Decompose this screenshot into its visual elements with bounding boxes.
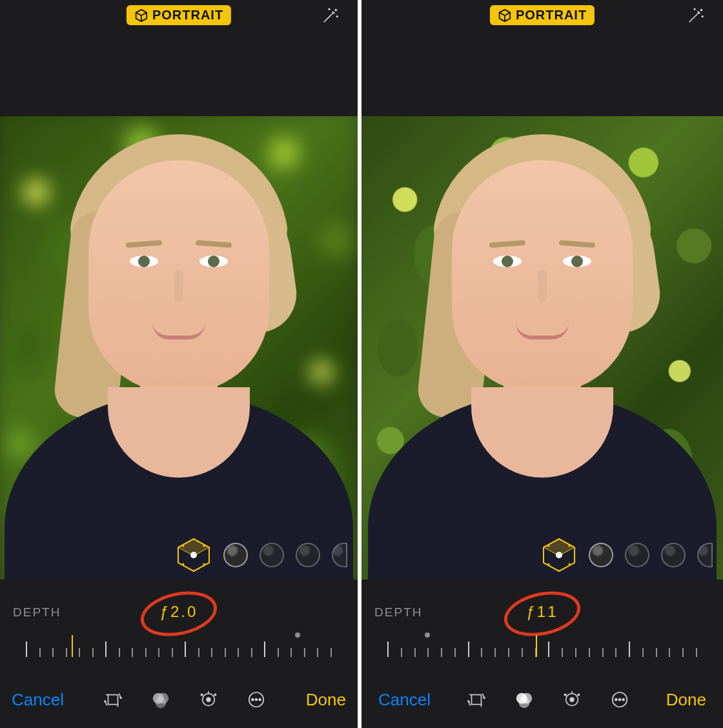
- depth-slider[interactable]: [387, 631, 697, 657]
- top-bar: PORTRAIT: [362, 0, 723, 116]
- filters-tool-button[interactable]: [513, 689, 535, 711]
- svg-point-38: [578, 694, 579, 695]
- photo-preview[interactable]: [0, 116, 358, 580]
- more-icon: [610, 690, 629, 709]
- crop-tool-button[interactable]: [465, 689, 487, 711]
- lighting-effects-picker[interactable]: [176, 537, 347, 573]
- depth-label: DEPTH: [13, 605, 61, 620]
- adjust-tool-button[interactable]: [561, 689, 583, 711]
- lighting-option-contour[interactable]: [625, 543, 649, 567]
- adjust-tool-button[interactable]: [198, 689, 219, 711]
- depth-slider[interactable]: [26, 631, 332, 657]
- cube-icon: [134, 8, 148, 23]
- svg-point-17: [201, 694, 203, 695]
- crop-rotate-icon: [103, 690, 123, 709]
- depth-cursor[interactable]: [536, 635, 537, 657]
- editor-pane-left: PORTRAIT: [0, 0, 362, 728]
- bottom-toolbar: Cancel Done: [362, 671, 723, 728]
- svg-point-30: [484, 697, 485, 698]
- depth-default-marker: [425, 632, 430, 638]
- svg-point-28: [569, 563, 571, 565]
- comparison-stage: PORTRAIT: [0, 0, 723, 728]
- more-tool-button[interactable]: [609, 689, 631, 711]
- lighting-option-stage-mono[interactable]: [332, 543, 347, 567]
- more-icon: [247, 690, 266, 709]
- svg-point-4: [203, 545, 205, 547]
- svg-point-3: [183, 545, 185, 547]
- depth-label: DEPTH: [374, 605, 422, 620]
- svg-point-39: [565, 694, 566, 695]
- cube-icon: [498, 8, 512, 23]
- svg-point-19: [252, 699, 254, 701]
- svg-point-16: [214, 694, 216, 695]
- svg-point-26: [569, 545, 571, 547]
- adjust-dial-icon: [199, 690, 218, 709]
- cancel-button[interactable]: Cancel: [12, 690, 64, 710]
- auto-enhance-button[interactable]: [686, 6, 705, 26]
- svg-point-2: [190, 552, 197, 558]
- done-button[interactable]: Done: [666, 690, 706, 710]
- cancel-button[interactable]: Cancel: [378, 690, 431, 710]
- crop-rotate-icon: [467, 690, 486, 709]
- svg-point-34: [519, 697, 530, 708]
- bottom-toolbar: Cancel Done: [0, 671, 358, 728]
- svg-point-8: [121, 697, 122, 698]
- lighting-natural-selected[interactable]: [176, 537, 212, 573]
- lighting-option-stage[interactable]: [661, 543, 686, 567]
- filters-icon: [151, 690, 170, 709]
- depth-default-marker: [295, 632, 300, 638]
- adjust-dial-icon: [562, 690, 582, 709]
- svg-point-43: [623, 699, 625, 701]
- filters-icon: [514, 690, 534, 709]
- svg-point-24: [556, 552, 562, 558]
- portrait-mode-label: PORTRAIT: [152, 8, 223, 23]
- svg-rect-29: [472, 695, 482, 705]
- aperture-value: ƒ2.0: [160, 603, 198, 621]
- svg-point-20: [256, 699, 258, 701]
- done-button[interactable]: Done: [306, 690, 346, 710]
- magic-wand-icon: [320, 6, 340, 26]
- more-tool-button[interactable]: [245, 689, 267, 711]
- hex-cube-icon: [176, 537, 212, 573]
- photo-preview[interactable]: [362, 116, 723, 580]
- editor-pane-right: PORTRAIT: [362, 0, 723, 728]
- hex-cube-icon: [541, 537, 577, 573]
- auto-enhance-button[interactable]: [320, 6, 340, 26]
- svg-point-42: [619, 699, 621, 701]
- tool-tabs: [465, 689, 631, 711]
- svg-point-41: [615, 699, 617, 701]
- depth-control: DEPTH ƒ2.0: [0, 583, 358, 661]
- svg-point-36: [571, 698, 575, 702]
- top-bar: PORTRAIT: [0, 0, 358, 116]
- depth-cursor[interactable]: [72, 635, 73, 657]
- svg-point-21: [260, 699, 261, 701]
- magic-wand-icon: [686, 6, 705, 26]
- svg-point-31: [468, 701, 469, 702]
- svg-point-6: [203, 563, 205, 565]
- lighting-option-contour[interactable]: [260, 543, 284, 567]
- lighting-option-studio[interactable]: [223, 543, 248, 567]
- lighting-effects-picker[interactable]: [541, 537, 713, 573]
- portrait-mode-badge[interactable]: PORTRAIT: [490, 5, 595, 25]
- svg-point-5: [183, 563, 185, 565]
- svg-point-12: [156, 697, 167, 708]
- svg-point-25: [548, 545, 550, 547]
- crop-tool-button[interactable]: [102, 689, 124, 711]
- depth-ticks: [387, 640, 697, 657]
- tool-tabs: [102, 689, 267, 711]
- lighting-option-studio[interactable]: [589, 543, 613, 567]
- filters-tool-button[interactable]: [150, 689, 172, 711]
- svg-point-9: [105, 701, 106, 702]
- portrait-mode-label: PORTRAIT: [516, 8, 587, 23]
- lighting-option-stage-mono[interactable]: [697, 543, 713, 567]
- svg-point-14: [207, 698, 211, 702]
- lighting-option-stage[interactable]: [296, 543, 320, 567]
- depth-control: DEPTH ƒ11: [362, 583, 723, 661]
- svg-rect-7: [108, 695, 118, 705]
- lighting-natural-selected[interactable]: [541, 537, 577, 573]
- portrait-mode-badge[interactable]: PORTRAIT: [127, 5, 231, 25]
- aperture-value: ƒ11: [526, 603, 558, 621]
- svg-point-27: [548, 563, 550, 565]
